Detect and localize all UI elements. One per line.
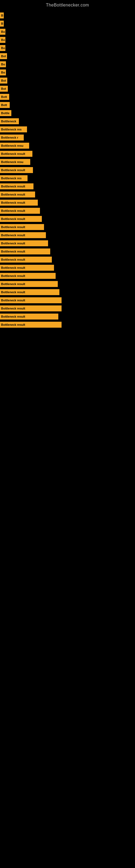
bar-label-12: Bottle bbox=[1, 112, 9, 115]
bar-label-0: B bbox=[1, 14, 3, 17]
bar-37: Bottleneck result bbox=[0, 314, 58, 319]
bar-36: Bottleneck result bbox=[0, 305, 61, 311]
bar-9: Bot bbox=[0, 86, 8, 92]
bar-16: Bottleneck resu bbox=[0, 143, 29, 149]
bar-20: Bottleneck res bbox=[0, 175, 28, 181]
bar-18: Bottleneck resu bbox=[0, 159, 30, 165]
bar-label-31: Bottleneck result bbox=[1, 266, 25, 269]
bar-row: B bbox=[0, 20, 135, 27]
bar-label-15: Bottleneck r bbox=[1, 136, 18, 139]
bar-row: Bottleneck result bbox=[0, 231, 135, 239]
bar-label-25: Bottleneck result bbox=[1, 217, 25, 220]
bar-row: Bottleneck result bbox=[0, 191, 135, 198]
bar-label-8: Bot bbox=[1, 79, 6, 82]
bar-row: Bottleneck r bbox=[0, 134, 135, 141]
bar-8: Bot bbox=[0, 78, 7, 84]
bar-row: Bottleneck result bbox=[0, 166, 135, 174]
bar-25: Bottleneck result bbox=[0, 216, 42, 222]
bar-label-30: Bottleneck result bbox=[1, 258, 25, 261]
bar-1: B bbox=[0, 21, 4, 27]
bar-row: Bottleneck result bbox=[0, 297, 135, 304]
bar-row: Bo bbox=[0, 61, 135, 68]
bar-row: Bottleneck result bbox=[0, 321, 135, 329]
bar-label-7: Bo bbox=[1, 71, 5, 74]
bar-row: Bottleneck result bbox=[0, 256, 135, 264]
bar-label-2: Bo bbox=[1, 30, 5, 33]
bar-row: Bottleneck result bbox=[0, 223, 135, 231]
bar-row: Bottleneck result bbox=[0, 207, 135, 215]
bar-label-33: Bottleneck result bbox=[1, 282, 25, 286]
bar-label-6: Bo bbox=[1, 63, 5, 66]
bar-11: Bott bbox=[0, 102, 10, 108]
bar-row: Bottleneck result bbox=[0, 150, 135, 158]
bar-row: Bottleneck result bbox=[0, 272, 135, 280]
bar-label-38: Bottleneck result bbox=[1, 323, 25, 326]
bar-row: B bbox=[0, 12, 135, 19]
bar-29: Bottleneck result bbox=[0, 248, 50, 254]
bar-6: Bo bbox=[0, 61, 6, 67]
bars-container: BBBoBoBoBotBoBoBotBotBottBottBottleBottl… bbox=[0, 9, 135, 332]
bar-label-1: B bbox=[1, 22, 3, 25]
bar-row: Bottleneck result bbox=[0, 264, 135, 272]
bar-15: Bottleneck r bbox=[0, 134, 24, 141]
bar-label-14: Bottleneck res bbox=[1, 128, 21, 131]
bar-label-26: Bottleneck result bbox=[1, 225, 25, 229]
bar-12: Bottle bbox=[0, 110, 11, 116]
bar-row: Bottleneck resu bbox=[0, 158, 135, 166]
site-title: TheBottlenecker.com bbox=[0, 0, 135, 9]
bar-33: Bottleneck result bbox=[0, 281, 58, 287]
bar-22: Bottleneck result bbox=[0, 191, 35, 197]
bar-label-21: Bottleneck result bbox=[1, 185, 25, 188]
bar-row: Bot bbox=[0, 85, 135, 93]
bar-row: Bottleneck result bbox=[0, 183, 135, 190]
bar-row: Bott bbox=[0, 93, 135, 101]
bar-label-5: Bot bbox=[1, 55, 6, 58]
bar-label-13: Bottleneck bbox=[1, 120, 16, 123]
bar-35: Bottleneck result bbox=[0, 297, 61, 303]
bar-label-20: Bottleneck res bbox=[1, 177, 21, 180]
bar-label-4: Bo bbox=[1, 46, 5, 50]
bar-label-24: Bottleneck result bbox=[1, 209, 25, 212]
bar-label-3: Bo bbox=[1, 38, 5, 41]
bar-label-18: Bottleneck resu bbox=[1, 160, 24, 163]
bar-label-34: Bottleneck result bbox=[1, 290, 25, 294]
bar-row: Bottleneck result bbox=[0, 305, 135, 312]
bar-0: B bbox=[0, 12, 4, 19]
bar-7: Bo bbox=[0, 69, 6, 75]
bar-label-35: Bottleneck result bbox=[1, 299, 25, 302]
bar-28: Bottleneck result bbox=[0, 240, 48, 246]
bar-row: Bott bbox=[0, 101, 135, 109]
bar-38: Bottleneck result bbox=[0, 322, 61, 328]
bar-row: Bo bbox=[0, 36, 135, 44]
bar-label-17: Bottleneck result bbox=[1, 152, 25, 155]
bar-5: Bot bbox=[0, 53, 7, 59]
bar-row: Bottleneck result bbox=[0, 215, 135, 223]
bar-19: Bottleneck result bbox=[0, 167, 33, 173]
bar-row: Bottleneck res bbox=[0, 126, 135, 133]
bar-label-23: Bottleneck result bbox=[1, 201, 25, 204]
bar-34: Bottleneck result bbox=[0, 289, 59, 295]
bar-row: Bottleneck result bbox=[0, 240, 135, 247]
bar-label-36: Bottleneck result bbox=[1, 307, 25, 310]
bar-label-28: Bottleneck result bbox=[1, 242, 25, 245]
bar-23: Bottleneck result bbox=[0, 199, 38, 206]
bar-row: Bottleneck result bbox=[0, 313, 135, 320]
bar-row: Bottleneck resu bbox=[0, 142, 135, 150]
bar-row: Bottleneck result bbox=[0, 248, 135, 255]
bar-row: Bo bbox=[0, 69, 135, 76]
bar-label-32: Bottleneck result bbox=[1, 274, 25, 278]
bar-13: Bottleneck bbox=[0, 118, 19, 124]
bar-row: Bo bbox=[0, 28, 135, 35]
bar-10: Bott bbox=[0, 94, 9, 100]
bar-30: Bottleneck result bbox=[0, 257, 52, 262]
bar-label-16: Bottleneck resu bbox=[1, 144, 24, 147]
bar-17: Bottleneck result bbox=[0, 151, 32, 157]
bar-31: Bottleneck result bbox=[0, 265, 54, 271]
bar-label-29: Bottleneck result bbox=[1, 250, 25, 253]
bar-row: Bot bbox=[0, 77, 135, 84]
bar-row: Bottleneck result bbox=[0, 199, 135, 207]
bar-24: Bottleneck result bbox=[0, 208, 40, 214]
bar-row: Bo bbox=[0, 44, 135, 52]
bar-4: Bo bbox=[0, 45, 5, 51]
bar-27: Bottleneck result bbox=[0, 232, 46, 238]
